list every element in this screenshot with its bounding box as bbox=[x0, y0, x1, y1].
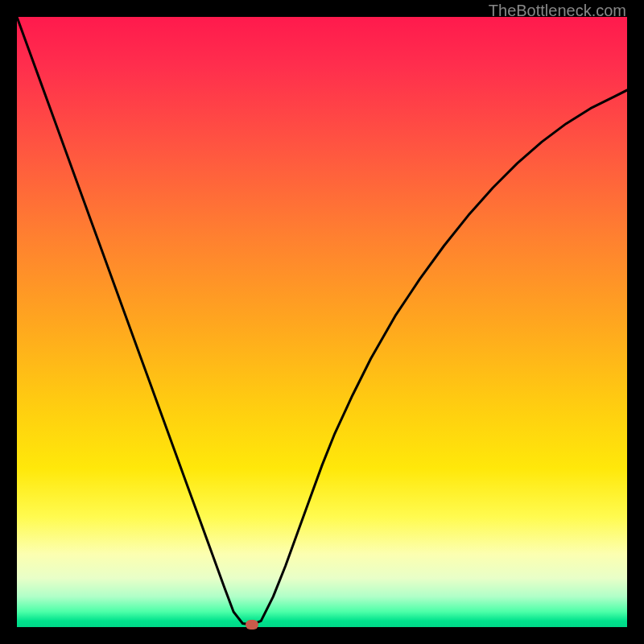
watermark-text: TheBottleneck.com bbox=[489, 2, 626, 20]
curve-left-branch bbox=[17, 17, 252, 625]
minimum-marker bbox=[246, 620, 258, 630]
curve-right-branch bbox=[252, 90, 627, 625]
chart-plot-area bbox=[17, 17, 627, 627]
curve-layer bbox=[17, 17, 627, 627]
chart-frame: TheBottleneck.com bbox=[0, 0, 644, 644]
